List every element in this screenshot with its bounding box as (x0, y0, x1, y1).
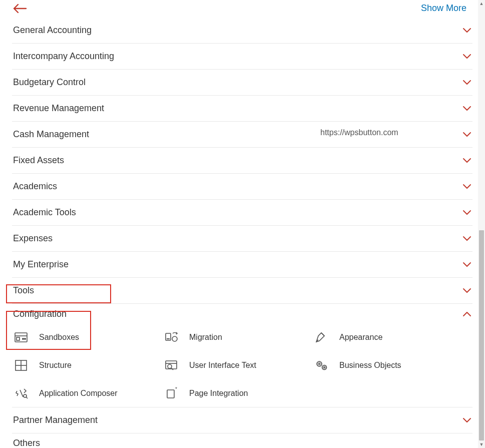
chevron-down-icon (461, 259, 472, 270)
section-label: Cash Management (12, 129, 89, 140)
section-expenses[interactable]: Expenses (12, 226, 472, 252)
appearance-icon (313, 330, 330, 345)
section-general-accounting[interactable]: General Accounting (12, 18, 472, 44)
page-integration-icon: * (163, 386, 180, 401)
show-more-link[interactable]: Show More (421, 3, 466, 14)
svg-text:*: * (175, 387, 177, 392)
svg-rect-2 (17, 337, 20, 340)
section-label: Academic Tools (12, 207, 76, 218)
config-item-label: Appearance (339, 333, 382, 342)
section-label: Revenue Management (12, 103, 104, 114)
config-item-app-composer[interactable]: Application Composer (13, 386, 163, 401)
section-label: Academics (12, 181, 57, 192)
chevron-down-icon (461, 207, 472, 218)
chevron-down-icon (461, 103, 472, 114)
section-budgetary-control[interactable]: Budgetary Control (12, 70, 472, 96)
chevron-up-icon (461, 308, 472, 319)
section-academic-tools[interactable]: Academic Tools (12, 200, 472, 226)
svg-rect-20 (167, 390, 174, 398)
section-others[interactable]: Others (12, 433, 472, 448)
svg-point-3 (23, 338, 24, 339)
config-item-label: Structure (39, 361, 72, 370)
section-my-enterprise[interactable]: My Enterprise (12, 252, 472, 278)
back-arrow-icon[interactable] (11, 2, 28, 15)
config-item-sandboxes[interactable]: Sandboxes (13, 330, 163, 345)
section-label: Configuration (12, 309, 67, 319)
chevron-down-icon (461, 285, 472, 296)
section-label: Partner Management (12, 415, 98, 425)
chevron-down-icon (461, 415, 472, 426)
section-cash-management[interactable]: Cash Management (12, 122, 472, 148)
sandbox-icon (13, 330, 30, 345)
section-label: Budgetary Control (12, 77, 86, 88)
config-item-label: Page Integration (189, 389, 248, 398)
section-label: Tools (12, 285, 34, 296)
chevron-down-icon (461, 25, 472, 36)
svg-line-19 (26, 397, 28, 398)
svg-point-7 (172, 336, 177, 341)
chevron-down-icon (461, 129, 472, 140)
section-label: Fixed Assets (12, 155, 64, 166)
config-item-label: Business Objects (339, 361, 401, 370)
migration-icon (163, 330, 180, 345)
config-item-label: Migration (189, 333, 222, 342)
config-item-label: User Interface Text (189, 361, 256, 370)
config-item-business-objects[interactable]: Business Objects (313, 358, 463, 373)
svg-point-14 (168, 364, 172, 368)
scroll-up-arrow-icon[interactable]: ▲ (478, 0, 485, 7)
config-item-migration[interactable]: Migration (163, 330, 313, 345)
config-item-label: Sandboxes (39, 333, 79, 342)
section-academics[interactable]: Academics (12, 174, 472, 200)
ui-text-icon (163, 358, 180, 373)
config-item-ui-text[interactable]: User Interface Text (163, 358, 313, 373)
section-label: Expenses (12, 233, 53, 244)
configuration-panel: Sandboxes Migration (12, 330, 472, 407)
section-partner-management[interactable]: Partner Management (12, 407, 472, 433)
app-composer-icon (13, 386, 30, 401)
config-item-appearance[interactable]: Appearance (313, 330, 463, 345)
svg-point-4 (25, 338, 26, 339)
page-scrollbar[interactable]: ▲ ▼ (478, 0, 485, 448)
structure-icon (13, 358, 30, 373)
section-tools[interactable]: Tools (12, 278, 472, 304)
chevron-down-icon (461, 233, 472, 244)
chevron-down-icon (461, 51, 472, 62)
section-fixed-assets[interactable]: Fixed Assets (12, 148, 472, 174)
config-item-page-integration[interactable]: * Page Integration (163, 386, 313, 401)
section-label: Intercompany Accounting (12, 51, 114, 62)
section-intercompany-accounting[interactable]: Intercompany Accounting (12, 44, 472, 70)
chevron-down-icon (461, 181, 472, 192)
section-label: Others (12, 438, 40, 448)
chevron-down-icon (461, 77, 472, 88)
business-objects-icon (313, 358, 330, 373)
scroll-down-arrow-icon[interactable]: ▼ (478, 441, 485, 448)
section-configuration[interactable]: Configuration (12, 304, 472, 324)
section-label: My Enterprise (12, 259, 69, 270)
scroll-thumb[interactable] (479, 230, 484, 440)
svg-rect-6 (167, 338, 170, 339)
section-label: General Accounting (12, 25, 92, 36)
chevron-down-icon (461, 155, 472, 166)
config-item-structure[interactable]: Structure (13, 358, 163, 373)
section-revenue-management[interactable]: Revenue Management (12, 96, 472, 122)
config-item-label: Application Composer (39, 389, 118, 398)
